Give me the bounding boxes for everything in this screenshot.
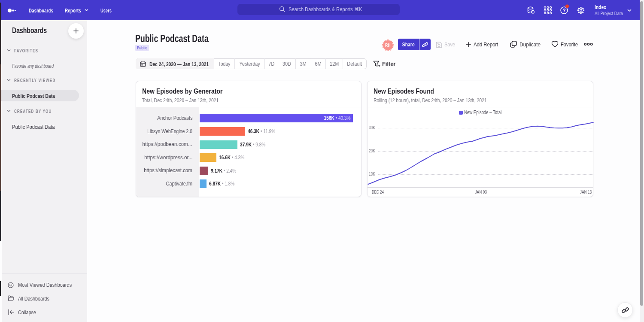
svg-text:?: ? bbox=[563, 8, 566, 13]
